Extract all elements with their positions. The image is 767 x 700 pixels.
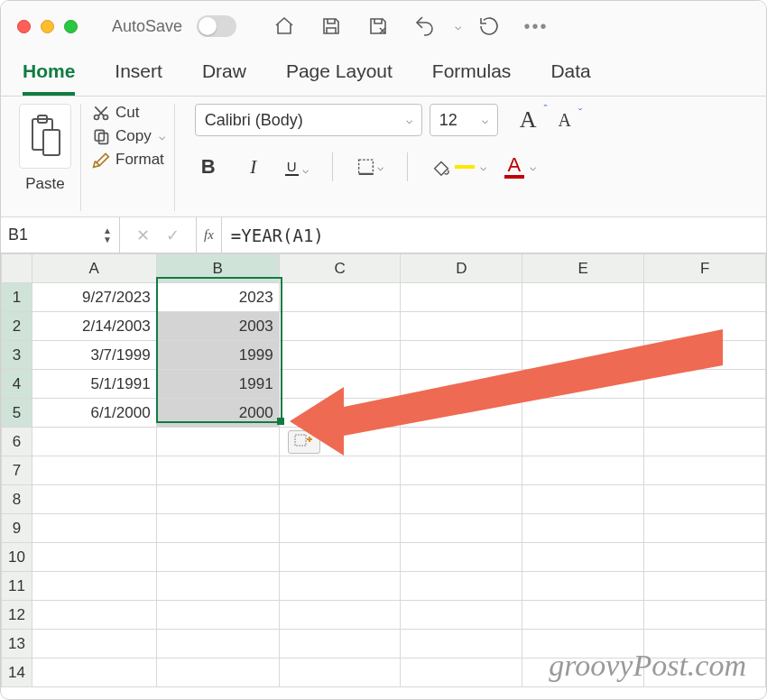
cell[interactable]: [156, 456, 279, 485]
undo-dropdown[interactable]: ⌵: [455, 20, 461, 32]
copy-button[interactable]: Copy ⌵: [92, 127, 165, 145]
cell[interactable]: [401, 456, 522, 485]
cell[interactable]: [522, 572, 644, 601]
cell[interactable]: 6/1/2000: [32, 399, 156, 428]
underline-button[interactable]: U ⌵: [285, 159, 309, 176]
cell[interactable]: [522, 428, 644, 456]
row-header-9[interactable]: 9: [2, 514, 32, 543]
row-header-11[interactable]: 11: [2, 572, 32, 601]
cell[interactable]: [32, 543, 156, 572]
row-header-2[interactable]: 2: [2, 312, 32, 341]
cell[interactable]: [401, 283, 522, 312]
cell[interactable]: [401, 312, 522, 341]
save-edit-icon[interactable]: [366, 14, 390, 38]
cell[interactable]: [522, 485, 644, 514]
cell[interactable]: [644, 485, 766, 514]
tab-insert[interactable]: Insert: [115, 60, 162, 96]
row-header-4[interactable]: 4: [2, 370, 32, 399]
cell[interactable]: [279, 572, 401, 601]
accept-formula-icon[interactable]: ✓: [166, 226, 180, 245]
cell[interactable]: [644, 399, 766, 428]
cell[interactable]: [522, 312, 644, 341]
cell[interactable]: [644, 370, 766, 399]
cell[interactable]: [401, 630, 522, 659]
cell[interactable]: [401, 428, 522, 456]
tab-draw[interactable]: Draw: [202, 60, 246, 96]
cell[interactable]: [32, 601, 156, 630]
col-header-C[interactable]: C: [279, 254, 401, 283]
row-header-12[interactable]: 12: [2, 601, 32, 630]
cell[interactable]: [279, 485, 401, 514]
cell[interactable]: 1999: [156, 341, 279, 370]
cell[interactable]: [279, 283, 401, 312]
cell[interactable]: [401, 341, 522, 370]
col-header-D[interactable]: D: [401, 254, 522, 283]
row-header-7[interactable]: 7: [2, 456, 32, 485]
cell[interactable]: [522, 601, 644, 630]
cell[interactable]: [401, 370, 522, 399]
cell[interactable]: [644, 601, 766, 630]
cell-grid[interactable]: A B C D E F 19/27/2023202322/14/20032003…: [1, 253, 766, 687]
tab-data[interactable]: Data: [550, 60, 590, 96]
formula-input[interactable]: =YEAR(A1): [222, 217, 766, 253]
decrease-font-button[interactable]: Aˇ: [558, 110, 570, 131]
cell[interactable]: [156, 601, 279, 630]
zoom-window-button[interactable]: [64, 20, 78, 33]
cell[interactable]: [644, 514, 766, 543]
col-header-A[interactable]: A: [32, 254, 156, 283]
increase-font-button[interactable]: Aˆ: [520, 106, 537, 134]
minimize-window-button[interactable]: [41, 20, 54, 33]
cell[interactable]: [522, 514, 644, 543]
cell[interactable]: [32, 514, 156, 543]
cell[interactable]: 5/1/1991: [32, 370, 156, 399]
cell[interactable]: [522, 543, 644, 572]
row-header-6[interactable]: 6: [2, 428, 32, 456]
cell[interactable]: [401, 485, 522, 514]
cell[interactable]: [279, 601, 401, 630]
cell[interactable]: [644, 312, 766, 341]
cell[interactable]: [32, 572, 156, 601]
tab-page-layout[interactable]: Page Layout: [286, 60, 393, 96]
cell[interactable]: [156, 630, 279, 659]
cell[interactable]: [32, 485, 156, 514]
col-header-E[interactable]: E: [522, 254, 644, 283]
fill-color-button[interactable]: ⌵: [431, 158, 486, 176]
cell[interactable]: [279, 630, 401, 659]
paste-button[interactable]: [19, 104, 71, 169]
row-header-3[interactable]: 3: [2, 341, 32, 370]
row-header-8[interactable]: 8: [2, 485, 32, 514]
font-size-combo[interactable]: 12 ⌵: [430, 104, 498, 136]
cell[interactable]: 1991: [156, 370, 279, 399]
name-box[interactable]: B1 ▲▼: [1, 217, 120, 253]
row-header-5[interactable]: 5: [2, 399, 32, 428]
bold-button[interactable]: B: [195, 153, 222, 180]
home-icon[interactable]: [273, 14, 296, 38]
cell[interactable]: [156, 485, 279, 514]
cell[interactable]: 2/14/2003: [32, 312, 156, 341]
save-icon[interactable]: [319, 14, 343, 38]
cell[interactable]: [279, 370, 401, 399]
fx-label[interactable]: fx: [197, 217, 222, 253]
col-header-B[interactable]: B: [156, 254, 279, 283]
cell[interactable]: [32, 630, 156, 659]
cell[interactable]: [156, 659, 279, 687]
cut-button[interactable]: Cut: [92, 104, 165, 122]
tab-home[interactable]: Home: [23, 60, 75, 96]
cell[interactable]: [156, 543, 279, 572]
cell[interactable]: [401, 543, 522, 572]
cell[interactable]: [401, 601, 522, 630]
cell[interactable]: 9/27/2023: [32, 283, 156, 312]
cancel-formula-icon[interactable]: ✕: [136, 226, 150, 245]
row-header-13[interactable]: 13: [2, 630, 32, 659]
borders-button[interactable]: ⌵: [356, 153, 384, 180]
cell[interactable]: [156, 428, 279, 456]
cell[interactable]: [32, 659, 156, 687]
cell[interactable]: [279, 399, 401, 428]
cell[interactable]: 2003: [156, 312, 279, 341]
select-all-corner[interactable]: [2, 254, 32, 283]
tab-formulas[interactable]: Formulas: [432, 60, 512, 96]
cell[interactable]: [156, 514, 279, 543]
cell[interactable]: [644, 456, 766, 485]
cell[interactable]: [522, 456, 644, 485]
cell[interactable]: [522, 283, 644, 312]
